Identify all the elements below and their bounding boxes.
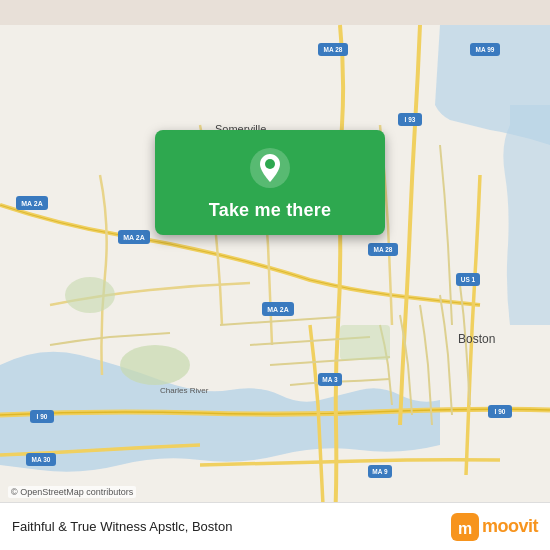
map-container: MA 2A MA 2A MA 2A MA 28 MA 28 MA 99 I 93… xyxy=(0,0,550,550)
svg-point-2 xyxy=(65,277,115,313)
moovit-logo-icon: m xyxy=(451,513,479,541)
svg-text:MA 28: MA 28 xyxy=(324,46,343,53)
svg-text:I 90: I 90 xyxy=(37,413,48,420)
svg-text:Boston: Boston xyxy=(458,332,495,346)
svg-text:MA 9: MA 9 xyxy=(372,468,388,475)
svg-text:MA 30: MA 30 xyxy=(32,456,51,463)
bottom-bar: Faithful & True Witness Apstlc, Boston m… xyxy=(0,502,550,550)
svg-text:MA 2A: MA 2A xyxy=(267,306,289,313)
moovit-logo: m moovit xyxy=(451,513,538,541)
map-background: MA 2A MA 2A MA 2A MA 28 MA 28 MA 99 I 93… xyxy=(0,0,550,550)
svg-text:Charles River: Charles River xyxy=(160,386,209,395)
moovit-text: moovit xyxy=(482,516,538,537)
svg-text:MA 99: MA 99 xyxy=(476,46,495,53)
svg-text:MA 2A: MA 2A xyxy=(21,200,43,207)
svg-text:I 93: I 93 xyxy=(405,116,416,123)
location-pin-icon xyxy=(248,146,292,190)
place-name: Faithful & True Witness Apstlc, Boston xyxy=(12,519,451,534)
svg-rect-3 xyxy=(340,325,390,360)
svg-text:MA 2A: MA 2A xyxy=(123,234,145,241)
svg-text:MA 28: MA 28 xyxy=(374,246,393,253)
svg-text:m: m xyxy=(458,520,472,537)
osm-attribution: © OpenStreetMap contributors xyxy=(8,486,136,498)
svg-text:MA 3: MA 3 xyxy=(322,376,338,383)
svg-point-1 xyxy=(120,345,190,385)
cta-label: Take me there xyxy=(209,200,331,221)
svg-text:US 1: US 1 xyxy=(461,276,476,283)
cta-card[interactable]: Take me there xyxy=(155,130,385,235)
svg-point-34 xyxy=(265,159,275,169)
svg-text:I 90: I 90 xyxy=(495,408,506,415)
